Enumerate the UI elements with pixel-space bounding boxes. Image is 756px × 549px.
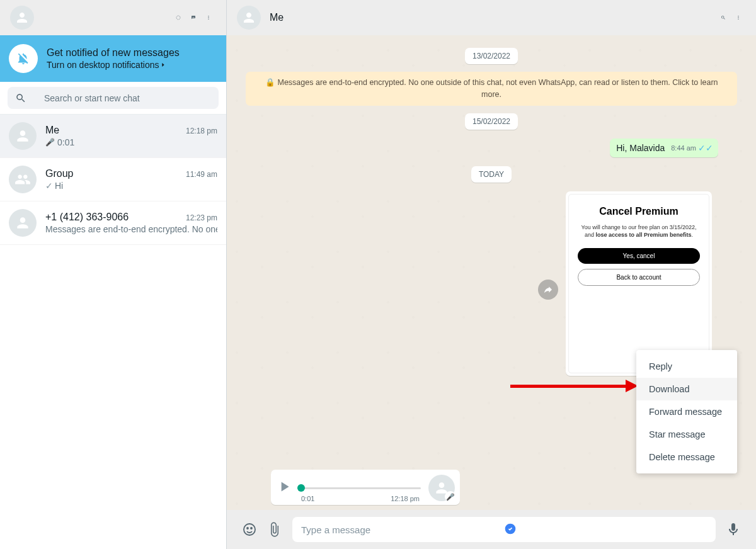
image-message[interactable]: Cancel Premium You will change to our fr… bbox=[566, 191, 712, 376]
voice-avatar: 🎤 bbox=[428, 475, 455, 501]
messages-area: 13/02/2022 🔒Messages are end-to-end encr… bbox=[227, 35, 756, 510]
chat-menu-icon[interactable] bbox=[731, 10, 746, 25]
forward-icon[interactable] bbox=[538, 280, 558, 300]
svg-point-9 bbox=[251, 528, 252, 529]
annotation-arrow bbox=[510, 385, 627, 388]
check-badge-icon bbox=[504, 523, 707, 537]
card-btn-confirm: Yes, cancel bbox=[578, 248, 700, 264]
message-out[interactable]: Hi, Malavida 8:44 am✓✓ bbox=[610, 139, 718, 157]
voice-duration: 0:01 bbox=[301, 495, 314, 502]
chat-item-me[interactable]: Me12:18 pm 🎤0:01 bbox=[0, 115, 226, 158]
tick-icon: ✓ bbox=[45, 181, 53, 191]
group-avatar bbox=[9, 166, 37, 193]
svg-point-4 bbox=[738, 16, 738, 16]
svg-point-8 bbox=[247, 528, 248, 529]
menu-reply[interactable]: Reply bbox=[636, 355, 737, 378]
lock-icon: 🔒 bbox=[265, 78, 275, 87]
new-chat-icon[interactable] bbox=[186, 10, 201, 25]
svg-point-1 bbox=[208, 16, 209, 16]
message-text: Hi, Malavida bbox=[616, 143, 665, 153]
avatar bbox=[9, 209, 37, 237]
message-time: 8:44 am✓✓ bbox=[671, 143, 713, 153]
chat-preview: 🎤0:01 bbox=[45, 137, 217, 147]
chat-time: 12:18 pm bbox=[186, 127, 217, 135]
chat-avatar[interactable] bbox=[237, 6, 261, 30]
message-input[interactable]: Type a message bbox=[292, 517, 716, 542]
search-input[interactable]: Search or start new chat bbox=[8, 87, 219, 109]
read-ticks-icon: ✓✓ bbox=[698, 143, 713, 153]
date-pill: 13/02/2022 bbox=[465, 48, 518, 64]
search-row: Search or start new chat bbox=[0, 82, 226, 115]
voice-message[interactable]: 🎤 0:01 12:18 pm bbox=[271, 470, 460, 505]
chat-preview: Messages are end-to-end encrypted. No on… bbox=[45, 224, 217, 234]
svg-point-2 bbox=[208, 17, 209, 18]
chat-header: Me bbox=[227, 0, 756, 35]
chat-name: Group bbox=[45, 168, 73, 179]
status-icon[interactable] bbox=[171, 10, 186, 25]
bell-off-icon bbox=[9, 44, 38, 73]
chat-name: +1 (412) 363-9066 bbox=[45, 212, 129, 223]
avatar bbox=[9, 122, 37, 150]
mic-icon[interactable] bbox=[721, 517, 746, 542]
encryption-banner[interactable]: 🔒Messages are end-to-end encrypted. No o… bbox=[246, 72, 737, 106]
my-avatar[interactable] bbox=[10, 6, 34, 30]
card-btn-back: Back to account bbox=[578, 269, 700, 286]
chat-preview: ✓Hi bbox=[45, 181, 217, 191]
input-placeholder: Type a message bbox=[301, 524, 504, 535]
notifications-banner[interactable]: Get notified of new messages Turn on des… bbox=[0, 35, 226, 82]
main-panel: Me 13/02/2022 🔒Messages are end-to-end e… bbox=[227, 0, 756, 549]
svg-point-5 bbox=[738, 17, 738, 18]
chat-time: 12:23 pm bbox=[186, 213, 217, 222]
mic-icon: 🎤 bbox=[45, 138, 55, 147]
chat-name: Me bbox=[45, 125, 59, 136]
search-placeholder: Search or start new chat bbox=[44, 93, 140, 103]
notif-subtitle: Turn on desktop notifications bbox=[47, 60, 180, 70]
play-icon[interactable] bbox=[276, 478, 292, 497]
chat-title[interactable]: Me bbox=[270, 12, 716, 23]
date-pill: TODAY bbox=[471, 166, 512, 183]
sidebar: Get notified of new messages Turn on des… bbox=[0, 0, 227, 549]
card-text: You will change to our free plan on 3/15… bbox=[578, 224, 700, 239]
sidebar-header bbox=[0, 0, 226, 35]
context-menu: Reply Download Forward message Star mess… bbox=[636, 350, 737, 473]
mic-badge-icon: 🎤 bbox=[445, 491, 456, 502]
menu-delete[interactable]: Delete message bbox=[636, 446, 737, 468]
chat-time: 11:49 am bbox=[186, 170, 217, 179]
chat-item-group[interactable]: Group11:49 am ✓Hi bbox=[0, 158, 226, 201]
menu-star[interactable]: Star message bbox=[636, 423, 737, 446]
svg-point-0 bbox=[176, 16, 180, 20]
card-title: Cancel Premium bbox=[578, 206, 700, 217]
voice-time: 12:18 pm bbox=[391, 495, 420, 502]
svg-point-6 bbox=[738, 19, 738, 20]
attach-icon[interactable] bbox=[262, 517, 287, 542]
emoji-icon[interactable] bbox=[237, 517, 262, 542]
svg-point-7 bbox=[244, 524, 255, 535]
svg-point-3 bbox=[208, 19, 209, 20]
menu-forward[interactable]: Forward message bbox=[636, 400, 737, 423]
search-chat-icon[interactable] bbox=[716, 10, 731, 25]
menu-download[interactable]: Download bbox=[636, 378, 737, 400]
voice-track[interactable] bbox=[297, 482, 421, 494]
menu-icon[interactable] bbox=[201, 10, 216, 25]
composer: Type a message bbox=[227, 510, 756, 549]
date-pill: 15/02/2022 bbox=[465, 113, 518, 130]
search-icon bbox=[15, 93, 26, 104]
notif-title: Get notified of new messages bbox=[47, 47, 180, 59]
chat-item-phone[interactable]: +1 (412) 363-906612:23 pm Messages are e… bbox=[0, 201, 226, 245]
